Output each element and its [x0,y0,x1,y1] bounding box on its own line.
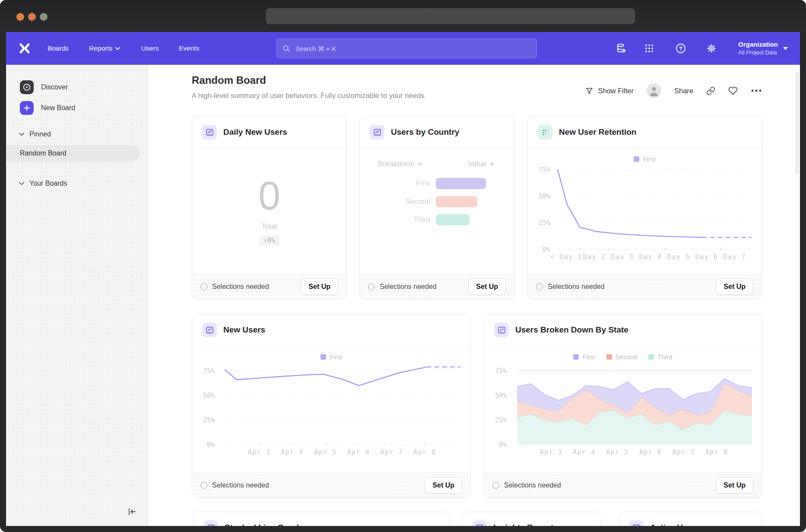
plot-area [517,361,752,445]
line-chart-icon [629,520,644,526]
apps-grid-icon[interactable] [643,42,656,55]
chevron-down-icon [418,163,422,166]
x-tick-label: Apr 7 [672,448,695,456]
x-tick-label: < Day 1 [550,253,582,261]
chevron-down-icon [19,133,24,136]
search-input[interactable] [295,44,530,53]
card-header: New Users [192,314,470,346]
card-header: Users Broken Down By State [484,314,762,346]
country-rows: FirstSecondThird [360,178,514,225]
plus-icon [20,101,34,115]
y-axis-labels: 75%50%25%0% [192,361,218,445]
nav-item-reports[interactable]: Reports [89,32,120,65]
card-new-users: New Users First 75%50%25%0% Apr 3Apr 4Ap… [192,314,471,498]
sidebar-item-random-board[interactable]: Random Board [6,145,140,162]
x-tick-label: Apr 7 [380,448,403,456]
nav-item-users[interactable]: Users [141,32,159,65]
close-button[interactable] [16,13,24,21]
nav-item-boards[interactable]: Boards [48,32,69,65]
x-tick-label: Apr 3 [540,448,563,456]
y-tick-label: 0% [543,246,550,253]
url-bar[interactable] [266,8,635,24]
metric-delta-badge: ↑0% [259,235,279,246]
value-dropdown[interactable]: Value [468,160,494,168]
card-stacked-line-graph: Stacked Line Graph [193,512,450,526]
card-header: Insights Report [462,512,600,526]
legend-swatch-icon [573,354,579,360]
more-options-button[interactable] [751,89,762,92]
favorite-button[interactable] [728,86,738,95]
row-label: Second [360,197,430,206]
y-tick-label: 25% [203,416,215,424]
page-title: Random Board [192,74,266,86]
x-tick-label: Apr 5 [606,448,629,456]
avatar[interactable] [647,83,661,98]
line-chart-icon [494,323,509,337]
sidebar-label: New Board [41,104,75,112]
sidebar-item-new-board[interactable]: New Board [6,99,148,117]
x-tick-label: Day 7 [723,253,746,261]
set-up-button[interactable]: Set Up [301,279,338,295]
search-bar[interactable] [276,38,537,58]
card-insights-report: Insights Report [462,512,600,526]
y-tick-label: 25% [539,219,550,227]
nav-item-events[interactable]: Events [179,32,199,65]
row-label: Third [360,215,430,224]
chevron-down-icon [783,47,788,50]
svg-text:?: ? [679,45,682,52]
board-content: Random Board A high-level summary of use… [148,65,800,526]
status-text: Selections needed [536,283,605,291]
status-text: Selections needed [368,283,437,291]
card-header: Users by Country [360,117,514,148]
share-button[interactable]: Share [674,87,693,95]
value-label: Value [468,160,486,168]
set-up-button[interactable]: Set Up [468,279,506,295]
value-bar [436,214,470,225]
country-row: Second [360,196,514,207]
link-icon [706,86,715,95]
card-footer: Selections needed Set Up [192,472,470,498]
card-footer: Selections needed Set Up [360,274,514,299]
card-header: Stacked Line Graph [194,512,450,526]
show-filter-button[interactable]: Show Filter [585,87,634,95]
legend-swatch-icon [320,354,326,360]
fullscreen-button[interactable] [40,13,48,21]
help-icon[interactable]: ? [674,42,687,55]
set-up-button[interactable]: Set Up [716,477,753,494]
sidebar-section-pinned[interactable]: Pinned [6,128,148,141]
y-tick-label: 50% [539,193,550,200]
card-title: Insights Report [493,523,553,526]
data-management-icon[interactable] [615,42,628,55]
nav-label: Boards [48,44,69,52]
x-tick-label: Day 3 [611,253,634,261]
set-up-button[interactable]: Set Up [716,279,753,295]
breakdown-dropdown[interactable]: Breakdown [378,160,422,168]
mixpanel-logo[interactable] [18,42,31,54]
breakdown-label: Breakdown [378,160,415,168]
x-tick-label: Apr 5 [314,448,337,456]
status-circle-icon [200,283,207,290]
copy-link-button[interactable] [706,86,715,95]
card-title: New Users [223,325,265,335]
organization-name: Organization [738,40,778,49]
section-label: Pinned [29,130,51,138]
legend-item: First [320,353,342,361]
collapse-sidebar-button[interactable] [125,505,138,518]
heart-icon [728,86,738,95]
settings-gear-icon[interactable] [705,42,718,55]
line-chart-icon [202,125,217,139]
x-axis-labels: < Day 1Day 2Day 3Day 4Day 5Day 6Day 7 [558,253,751,263]
country-row: First [360,178,514,189]
ellipsis-icon [751,89,762,92]
x-tick-label: Day 4 [639,253,662,261]
y-axis-labels: 75%50%25%0% [484,361,510,445]
sidebar-item-discover[interactable]: Discover [6,79,148,96]
share-label: Share [674,87,693,95]
line-chart-icon [472,520,487,526]
scrollbar-thumb[interactable] [796,71,799,174]
org-project-selector[interactable]: Organization All Project Data [738,38,788,59]
sidebar-section-your-boards[interactable]: Your Boards [6,177,148,190]
x-tick-label: Apr 8 [413,448,436,456]
set-up-button[interactable]: Set Up [425,477,462,494]
minimize-button[interactable] [28,13,36,21]
